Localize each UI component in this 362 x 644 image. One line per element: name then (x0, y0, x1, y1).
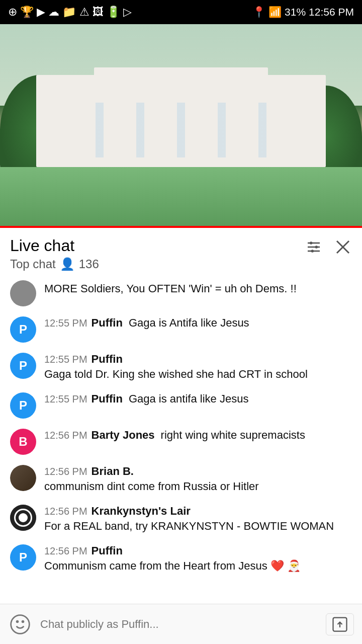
avatar: P (10, 392, 36, 419)
avatar: P (10, 353, 36, 379)
chat-message: 12:56 PM Krankynstyn's Lair For a REAL b… (0, 500, 362, 539)
message-meta: 12:55 PM Puffin Gaga is Antifa like Jesu… (44, 316, 352, 330)
chat-message: P 12:55 PM Puffin Gaga is Antifa like Je… (0, 311, 362, 348)
message-content: 12:56 PM Krankynstyn's Lair For a REAL b… (44, 505, 352, 534)
message-meta: 12:56 PM Barty Jones right wing white su… (44, 429, 352, 442)
chat-header: Live chat Top chat 👤 136 (0, 228, 362, 271)
message-text: communism dint come from Russia or Hitle… (44, 479, 352, 495)
chat-message: P 12:56 PM Puffin Communism came from th… (0, 539, 362, 579)
filter-button[interactable] (306, 239, 322, 255)
time-display: 12:56 PM (309, 6, 354, 18)
message-time: 12:55 PM (44, 317, 87, 329)
chat-message: P 12:55 PM Puffin Gaga is antifa like Je… (0, 387, 362, 424)
message-time: 12:55 PM (44, 354, 87, 365)
message-author: Puffin (92, 392, 123, 406)
message-text: For a REAL band, try KRANKYNSTYN - BOWTI… (44, 519, 352, 534)
message-meta: 12:56 PM Puffin (44, 544, 352, 557)
chat-header-right (306, 236, 352, 256)
message-time: 12:56 PM (44, 506, 87, 517)
status-bar: ⊕ 🏆 ▶ ☁ 📁 ⚠ 🖼 🔋 ▷ 📍 📶 31% 12:56 PM (0, 0, 362, 24)
message-time: 12:55 PM (44, 393, 87, 405)
message-meta: 12:56 PM Brian B. (44, 465, 352, 478)
message-author: Brian B. (92, 465, 134, 478)
message-text: right wing white supremacists (161, 429, 305, 442)
message-time: 12:56 PM (44, 545, 87, 557)
wifi-icon: 📶 (268, 6, 282, 18)
message-content: 12:56 PM Brian B. communism dint come fr… (44, 465, 352, 495)
message-meta: 12:55 PM Puffin Gaga is antifa like Jesu… (44, 392, 352, 406)
avatar (10, 505, 36, 531)
chat-message: B 12:56 PM Barty Jones right wing white … (0, 424, 362, 460)
send-button[interactable] (326, 613, 354, 635)
message-author: Barty Jones (92, 429, 155, 442)
message-meta: 12:56 PM Krankynstyn's Lair (44, 505, 352, 518)
chat-input[interactable] (40, 612, 318, 636)
chat-message: 12:56 PM Brian B. communism dint come fr… (0, 460, 362, 500)
message-author: Puffin (92, 544, 123, 557)
close-button[interactable] (334, 238, 352, 256)
message-content: 12:55 PM Puffin Gaga told Dr. King she w… (44, 353, 352, 382)
status-bar-right: 📍 📶 31% 12:56 PM (252, 6, 354, 18)
battery-text: 31% (285, 6, 306, 18)
message-author: Puffin (92, 353, 123, 366)
svg-point-8 (11, 615, 30, 633)
svg-point-5 (311, 250, 314, 252)
message-author: Krankynstyn's Lair (92, 505, 191, 518)
viewers-icon: 👤 (60, 257, 75, 271)
message-content: 12:56 PM Barty Jones right wing white su… (44, 429, 352, 442)
status-bar-left: ⊕ 🏆 ▶ ☁ 📁 ⚠ 🖼 🔋 ▷ (8, 6, 132, 19)
message-time: 12:56 PM (44, 466, 87, 477)
chat-subtitle: Top chat 👤 136 (10, 257, 99, 271)
message-time: 12:56 PM (44, 430, 87, 441)
message-meta: 12:55 PM Puffin (44, 353, 352, 366)
chat-header-left: Live chat Top chat 👤 136 (10, 236, 99, 271)
chat-panel: Live chat Top chat 👤 136 (0, 228, 362, 628)
message-content: 12:56 PM Puffin Communism came from the … (44, 544, 352, 574)
avatar (10, 280, 36, 306)
chat-input-bar (0, 604, 362, 644)
message-content: 12:55 PM Puffin Gaga is Antifa like Jesu… (44, 316, 352, 330)
chat-subtitle-text: Top chat (10, 257, 56, 271)
avatar: P (10, 316, 36, 343)
avatar: P (10, 544, 36, 571)
message-text: Communism came from the Heart from Jesus… (44, 558, 352, 574)
avatar (10, 465, 36, 491)
location-icon: 📍 (252, 6, 265, 18)
message-content: MORE Soldiers, You OFTEN 'Win' = uh oh D… (44, 280, 352, 297)
message-text: Gaga is antifa like Jesus (129, 392, 248, 406)
chat-message: MORE Soldiers, You OFTEN 'Win' = uh oh D… (0, 275, 362, 311)
chat-title: Live chat (10, 236, 99, 255)
progress-bar (0, 226, 362, 228)
message-content: 12:55 PM Puffin Gaga is antifa like Jesu… (44, 392, 352, 406)
message-author: Puffin (92, 316, 123, 330)
message-text: Gaga told Dr. King she wished she had CR… (44, 367, 352, 382)
viewer-count: 136 (79, 257, 99, 271)
notification-icons: ⊕ 🏆 ▶ ☁ 📁 ⚠ 🖼 🔋 ▷ (8, 6, 132, 19)
chat-messages-list: MORE Soldiers, You OFTEN 'Win' = uh oh D… (0, 271, 362, 583)
svg-point-4 (315, 246, 318, 248)
svg-point-3 (310, 242, 312, 244)
emoji-button[interactable] (8, 612, 32, 636)
message-text: MORE Soldiers, You OFTEN 'Win' = uh oh D… (44, 281, 352, 297)
message-text: Gaga is Antifa like Jesus (129, 316, 249, 330)
avatar: B (10, 429, 36, 455)
chat-message: P 12:55 PM Puffin Gaga told Dr. King she… (0, 348, 362, 387)
video-thumbnail[interactable] (0, 24, 362, 228)
